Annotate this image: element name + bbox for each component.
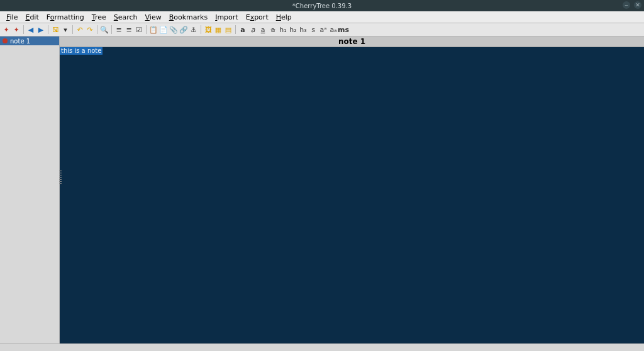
editor-area: note 1 this is a note [60,36,644,343]
tree-node-label: note 1 [10,38,30,45]
toolbar-separator [235,25,236,34]
list-bulleted-button[interactable]: ≡ [114,25,123,34]
menu-edit[interactable]: Edit [21,13,42,21]
insert-image-button[interactable]: 🖼 [204,25,213,34]
list-todo-button[interactable]: ☑ [135,25,143,34]
copy-button[interactable]: 📄 [159,25,168,34]
underline-button[interactable]: a [258,25,267,34]
menu-bar: File Edit Formatting Tree Search View Bo… [0,11,644,23]
strike-button[interactable]: a [269,25,277,34]
window-close-button[interactable]: ✕ [634,1,641,9]
status-bar: Node Type: Rich Text - Date Created: 202… [0,343,644,351]
menu-bookmarks[interactable]: Bookmarks [165,13,211,21]
superscript-button[interactable]: aᵃ [319,25,328,34]
toolbar-separator [23,25,24,34]
toolbar-separator [48,25,48,34]
menu-export[interactable]: Export [242,13,272,21]
list-numbered-button[interactable]: ≡ [125,25,133,34]
menu-formatting[interactable]: Formatting [43,13,88,21]
menu-tree[interactable]: Tree [88,13,110,21]
h2-button[interactable]: h₂ [289,25,297,34]
menu-file[interactable]: File [3,13,21,21]
menu-import[interactable]: Import [211,13,242,21]
menu-help[interactable]: Help [272,13,296,21]
save-dropdown-button[interactable]: ▾ [61,25,70,34]
toolbar-separator [111,25,112,34]
window-titlebar: *CherryTree 0.39.3 ‒ ✕ [0,0,644,11]
go-back-button[interactable]: ◀ [26,25,35,34]
attach-button[interactable]: 📎 [169,25,178,34]
link-button[interactable]: 🔗 [179,25,188,34]
h1-button[interactable]: h₁ [279,25,287,34]
small-button[interactable]: s [309,25,318,34]
paste-button[interactable]: 📋 [149,25,158,34]
toolbar-separator [97,25,97,34]
toolbar-separator [146,25,147,34]
tree-node-selected[interactable]: note 1 [0,36,59,45]
find-button[interactable]: 🔍 [100,25,109,34]
window-minimize-button[interactable]: ‒ [623,1,630,9]
tree-sidebar[interactable]: note 1 [0,36,60,343]
node-title: note 1 [60,36,644,47]
text-editor[interactable]: this is a note [60,47,644,343]
editor-text-selected[interactable]: this is a note [60,47,103,55]
toolbar: ✦ ✦ ◀ ▶ 🖫 ▾ ↶ ↷ 🔍 ≡ ≡ ☑ 📋 📄 📎 🔗 ⚓ 🖼 ▦ ▤ … [0,23,644,36]
redo-button[interactable]: ↷ [86,25,94,34]
save-button[interactable]: 🖫 [51,25,60,34]
window-title: *CherryTree 0.39.3 [0,3,644,9]
insert-table-button[interactable]: ▦ [214,25,223,34]
add-node-button[interactable]: ✦ [2,25,11,34]
cherry-icon [3,38,8,43]
window-controls: ‒ ✕ [623,1,641,9]
italic-button[interactable]: a [248,25,257,34]
undo-button[interactable]: ↶ [75,25,84,34]
toolbar-separator [201,25,201,34]
monospace-button[interactable]: ms [339,25,348,34]
subscript-button[interactable]: aₐ [329,25,338,34]
add-subnode-button[interactable]: ✦ [12,25,21,34]
go-forward-button[interactable]: ▶ [36,25,45,34]
main-area: note 1 note 1 this is a note [0,36,644,343]
menu-view[interactable]: View [142,13,165,21]
pane-splitter[interactable] [59,170,62,185]
toolbar-separator [72,25,73,34]
bold-button[interactable]: a [238,25,247,34]
h3-button[interactable]: h₃ [299,25,308,34]
menu-search[interactable]: Search [110,13,142,21]
anchor-button[interactable]: ⚓ [189,25,198,34]
insert-codebox-button[interactable]: ▤ [224,25,233,34]
